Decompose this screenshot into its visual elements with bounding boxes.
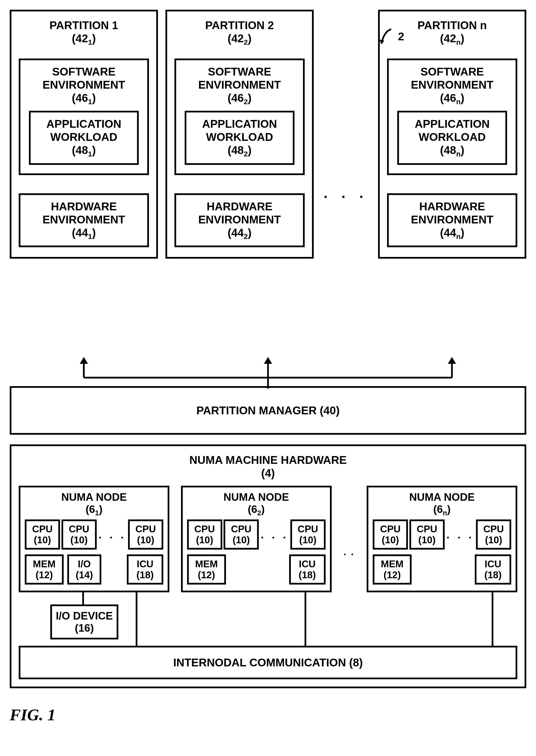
- partition-manager-container: PARTITION MANAGER (40): [10, 386, 526, 459]
- partition-1: PARTITION 1 (421) SOFTWARE ENVIRONMENT (…: [10, 10, 158, 259]
- svg-marker-4: [80, 357, 88, 364]
- cpu-row: CPU(10) CPU(10) . . . CPU(10): [373, 520, 511, 550]
- icu-box: ICU(18): [475, 554, 511, 584]
- numa-node-title: NUMA NODE (61): [25, 491, 163, 517]
- io-device-row: I/O DEVICE (16): [19, 592, 517, 646]
- partition-title: PARTITION 1 (421): [19, 19, 149, 47]
- cpu-ellipsis: . . .: [260, 528, 289, 541]
- icu-box: ICU(18): [127, 554, 163, 584]
- mem-box: MEM(12): [373, 554, 412, 584]
- cpu-ellipsis: . . .: [98, 528, 127, 541]
- internodal-communication-box: INTERNODAL COMMUNICATION (8): [19, 646, 517, 679]
- svg-marker-8: [448, 357, 456, 364]
- numa-node-title: NUMA NODE (62): [187, 491, 325, 517]
- mem-box: MEM(12): [187, 554, 226, 584]
- mem-box: MEM(12): [25, 554, 64, 584]
- application-workload-box: APPLICATION WORKLOAD (482): [184, 111, 294, 165]
- icu-box: ICU(18): [289, 554, 325, 584]
- partition-title: PARTITION 2 (422): [175, 19, 305, 47]
- hardware-environment-box: HARDWARE ENVIRONMENT (44n): [387, 193, 517, 247]
- cpu-box: CPU(10): [187, 520, 222, 550]
- software-environment-box: SOFTWARE ENVIRONMENT (46n) APPLICATION W…: [387, 58, 517, 175]
- application-workload-box: APPLICATION WORKLOAD (48n): [397, 111, 507, 165]
- io-box: I/O(14): [67, 554, 101, 584]
- numa-node-2: NUMA NODE (62) CPU(10) CPU(10) . . . CPU…: [181, 486, 332, 592]
- cpu-box: CPU(10): [128, 520, 163, 550]
- cpu-ellipsis: . . .: [446, 528, 475, 541]
- partition-manager-box: PARTITION MANAGER (40): [10, 386, 526, 435]
- svg-marker-6: [264, 357, 272, 364]
- partitions-row: PARTITION 1 (421) SOFTWARE ENVIRONMENT (…: [10, 10, 526, 357]
- cpu-box: CPU(10): [476, 520, 511, 550]
- pm-arrows-svg: [10, 357, 526, 389]
- io-device-box: I/O DEVICE (16): [50, 605, 118, 640]
- software-environment-box: SOFTWARE ENVIRONMENT (461) APPLICATION W…: [19, 58, 149, 175]
- mem-row: MEM(12) ICU(18): [373, 554, 511, 584]
- figure-caption: FIG. 1: [10, 705, 526, 724]
- cpu-box: CPU(10): [223, 520, 259, 550]
- software-environment-box: SOFTWARE ENVIRONMENT (462) APPLICATION W…: [175, 58, 305, 175]
- numa-node-1: NUMA NODE (61) CPU(10) CPU(10) . . . CPU…: [19, 486, 169, 592]
- numa-node-n: NUMA NODE (6n) CPU(10) CPU(10) . . . CPU…: [367, 486, 517, 592]
- numa-node-title: NUMA NODE (6n): [373, 491, 511, 517]
- numa-hardware-container: NUMA MACHINE HARDWARE (4) NUMA NODE (61)…: [10, 444, 526, 688]
- cpu-box: CPU(10): [25, 520, 60, 550]
- cpu-box: CPU(10): [373, 520, 408, 550]
- hardware-environment-box: HARDWARE ENVIRONMENT (442): [175, 193, 305, 247]
- mem-row: MEM(12) ICU(18): [187, 554, 325, 584]
- upper-section: 2 PARTITION 1 (421) SOFTWARE ENVIRONMENT…: [10, 10, 526, 430]
- partition-title: PARTITION n (42n): [387, 19, 517, 47]
- numa-nodes-row: NUMA NODE (61) CPU(10) CPU(10) . . . CPU…: [19, 486, 517, 592]
- hardware-environment-box: HARDWARE ENVIRONMENT (441): [19, 193, 149, 247]
- cpu-box: CPU(10): [61, 520, 97, 550]
- cpu-row: CPU(10) CPU(10) . . . CPU(10): [187, 520, 325, 550]
- application-workload-box: APPLICATION WORKLOAD (481): [29, 111, 139, 165]
- cpu-box: CPU(10): [290, 520, 325, 550]
- cpu-box: CPU(10): [409, 520, 445, 550]
- cpu-row: CPU(10) CPU(10) . . . CPU(10): [25, 520, 163, 550]
- node-ellipsis: . .: [343, 547, 355, 557]
- partition-n: PARTITION n (42n) SOFTWARE ENVIRONMENT (…: [378, 10, 526, 259]
- partition-ellipsis: . . .: [321, 185, 371, 201]
- numa-architecture-diagram: 2 PARTITION 1 (421) SOFTWARE ENVIRONMENT…: [10, 10, 526, 724]
- partition-2: PARTITION 2 (422) SOFTWARE ENVIRONMENT (…: [165, 10, 314, 259]
- mem-row: MEM(12) I/O(14) ICU(18): [25, 554, 163, 584]
